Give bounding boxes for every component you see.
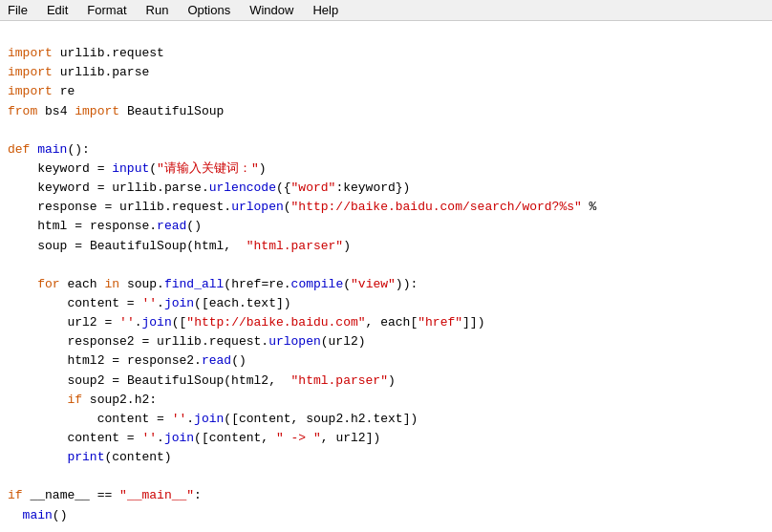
- line-24: if __name__ == "__main__":: [8, 488, 202, 502]
- line-20: content = ''.join([content, soup2.h2.tex…: [8, 412, 418, 426]
- menu-help[interactable]: Help: [309, 2, 342, 18]
- line-25: main(): [8, 508, 67, 522]
- line-3: import re: [8, 84, 75, 98]
- line-17: html2 = response2.read(): [8, 353, 247, 368]
- line-19: if soup2.h2:: [8, 393, 157, 407]
- menu-file[interactable]: File: [4, 2, 32, 18]
- line-14: content = ''.join([each.text]): [8, 296, 291, 310]
- line-1: import urllib.request: [8, 46, 164, 60]
- line-15: url2 = ''.join(["http://baike.baidu.com"…: [8, 315, 484, 330]
- menu-options[interactable]: Options: [183, 2, 234, 18]
- line-11: soup = BeautifulSoup(html, "html.parser"…: [8, 239, 351, 253]
- menu-edit[interactable]: Edit: [43, 2, 72, 18]
- menu-run[interactable]: Run: [142, 2, 173, 18]
- code-editor[interactable]: import urllib.request import urllib.pars…: [0, 21, 772, 530]
- line-8: keyword = urllib.parse.urlencode({"word"…: [8, 181, 410, 195]
- line-9: response = urllib.request.urlopen("http:…: [8, 200, 596, 214]
- menu-format[interactable]: Format: [83, 2, 130, 18]
- line-2: import urllib.parse: [8, 65, 149, 79]
- line-4: from bs4 import BeautifulSoup: [8, 104, 224, 118]
- menu-window[interactable]: Window: [246, 2, 297, 18]
- line-21: content = ''.join([content, " -> ", url2…: [8, 431, 380, 445]
- menu-bar: File Edit Format Run Options Window Help: [0, 0, 772, 21]
- line-7: keyword = input("请输入关键词："): [8, 161, 267, 176]
- line-16: response2 = urllib.request.urlopen(url2): [8, 334, 366, 349]
- line-6: def main():: [8, 142, 90, 157]
- line-10: html = response.read(): [8, 219, 202, 233]
- line-13: for each in soup.find_all(href=re.compil…: [8, 277, 418, 291]
- line-22: print(content): [8, 450, 172, 464]
- line-18: soup2 = BeautifulSoup(html2, "html.parse…: [8, 373, 396, 388]
